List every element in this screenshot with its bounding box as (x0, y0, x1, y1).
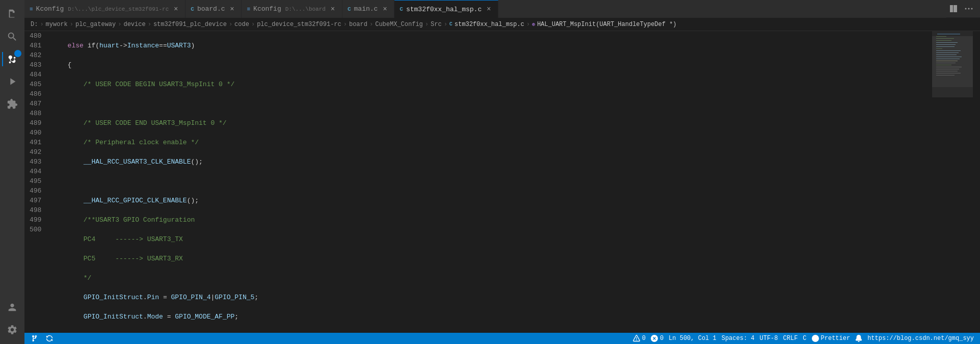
breadcrumb-cubemx[interactable]: CubeMX_Config (375, 21, 423, 28)
tab-label: board.c (197, 5, 225, 13)
line-487 (51, 176, 932, 186)
minimap[interactable] (932, 31, 973, 333)
tab-boardc[interactable]: C board.c × (186, 0, 242, 18)
breadcrumb-src[interactable]: Src (431, 21, 442, 28)
tab-label: Kconfig (253, 5, 281, 13)
breadcrumb-board[interactable]: board (349, 21, 367, 28)
tab-label: main.c (354, 5, 378, 13)
extensions-icon[interactable] (2, 94, 22, 114)
activity-bar (0, 0, 24, 344)
search-icon[interactable] (2, 27, 22, 47)
main-area: ≡ Kconfig D:\...\plc_device_stm32f091-rc… (24, 0, 980, 344)
c-main-icon: C (348, 6, 351, 12)
code-lines: else if(huart->Instance==USART3) { /* US… (49, 31, 932, 333)
line-490: PC4 ------> USART3_TX (51, 234, 932, 244)
error-icon (651, 335, 658, 342)
tab-kconfig2[interactable]: ≡ Kconfig D:\...\board × (242, 0, 342, 18)
breadcrumb-plc_gateway[interactable]: plc_gateway (75, 21, 116, 28)
svg-point-1 (968, 8, 970, 10)
line-482: /* USER CODE BEGIN USART3_MspInit 0 */ (51, 80, 932, 89)
line-484: /* USER CODE END USART3_MspInit 0 */ (51, 118, 932, 128)
kconfig2-icon: ≡ (247, 6, 250, 12)
tab-path2: D:\...\board (285, 6, 326, 12)
more-actions-icon[interactable] (962, 2, 976, 16)
vertical-scrollbar[interactable] (973, 31, 980, 333)
formatter-status[interactable]: Prettier (810, 335, 853, 342)
bell-status[interactable] (853, 335, 864, 342)
split-editor-icon[interactable] (946, 2, 961, 16)
tab-close-stm32hal[interactable]: × (485, 5, 493, 13)
line-495: GPIO_InitStruct.Pull = GPIO_NOPULL; (51, 331, 932, 333)
breadcrumb-stm32[interactable]: stm32f091_plc_device (153, 21, 227, 28)
breadcrumb-plc-rc[interactable]: plc_device_stm32f091-rc (257, 21, 341, 28)
warning-icon (633, 335, 640, 342)
line-488: __HAL_RCC_GPIOC_CLK_ENABLE(); (51, 196, 932, 205)
tab-bar-row: ≡ Kconfig D:\...\plc_device_stm32f091-rc… (24, 0, 980, 18)
status-bar: 0 0 Ln 500, Col 1 Spaces: 4 UTF-8 CRLF C (24, 333, 980, 344)
breadcrumb-code[interactable]: code (234, 21, 249, 28)
language-status[interactable]: C (801, 335, 808, 342)
breadcrumb-mywork[interactable]: mywork (46, 21, 68, 28)
tab-close-kconfig1[interactable]: × (172, 5, 180, 13)
spaces-status[interactable]: Spaces: 4 (720, 335, 757, 342)
settings-icon[interactable] (2, 320, 22, 340)
line-485: /* Peripheral clock enable */ (51, 138, 932, 147)
breadcrumb-d[interactable]: D: (31, 21, 38, 28)
editor-toolbar (946, 0, 980, 18)
eol-status[interactable]: CRLF (781, 335, 800, 342)
error-status[interactable]: 0 (649, 335, 666, 342)
tab-kconfig1[interactable]: ≡ Kconfig D:\...\plc_device_stm32f091-rc… (24, 0, 186, 18)
line-numbers: 480 481 482 483 484 485 486 487 488 489 … (24, 31, 49, 333)
line-492: */ (51, 273, 932, 283)
editor-area: 480 481 482 483 484 485 486 487 488 489 … (24, 31, 980, 333)
branch-status[interactable] (29, 333, 40, 344)
function-bc-icon: ⊕ (532, 21, 535, 28)
breadcrumb-device[interactable]: device (123, 21, 145, 28)
tab-label: stm32f0xx_hal_msp.c (406, 6, 482, 13)
minimap-slider[interactable] (932, 36, 973, 97)
c-hal-icon: C (400, 6, 403, 12)
svg-point-0 (965, 8, 967, 10)
bell-icon (855, 335, 862, 342)
prettier-icon (812, 335, 819, 342)
cursor-position-status[interactable]: Ln 500, Col 1 (667, 335, 719, 342)
code-editor[interactable]: 480 481 482 483 484 485 486 487 488 489 … (24, 31, 932, 333)
warning-status[interactable]: 0 (631, 335, 648, 342)
line-494: GPIO_InitStruct.Mode = GPIO_MODE_AF_PP; (51, 312, 932, 322)
breadcrumb: D: › mywork › plc_gateway › device › stm… (24, 18, 980, 31)
tab-close-kconfig2[interactable]: × (329, 5, 337, 13)
kconfig-icon: ≡ (30, 6, 33, 12)
line-493: GPIO_InitStruct.Pin = GPIO_PIN_4|GPIO_PI… (51, 293, 932, 302)
activity-bar-bottom (2, 297, 22, 344)
line-480: else if(huart->Instance==USART3) (51, 41, 932, 50)
sync-icon (46, 335, 53, 342)
tab-close-boardc[interactable]: × (228, 5, 236, 13)
line-486: __HAL_RCC_USART3_CLK_ENABLE(); (51, 157, 932, 167)
tab-close-mainc[interactable]: × (381, 5, 389, 13)
breadcrumb-function[interactable]: HAL_UART_MspInit(UART_HandleTypeDef *) (537, 21, 677, 28)
tab-path: D:\...\plc_device_stm32f091-rc (68, 6, 169, 12)
line-481: { (51, 60, 932, 70)
tab-bar: ≡ Kconfig D:\...\plc_device_stm32f091-rc… (24, 0, 946, 18)
tab-mainc[interactable]: C main.c × (342, 0, 394, 18)
branch-icon (31, 335, 38, 342)
sync-status[interactable] (44, 333, 55, 344)
account-icon[interactable] (2, 297, 22, 317)
run-icon[interactable] (2, 71, 22, 92)
tab-label: Kconfig (36, 5, 64, 13)
files-icon[interactable] (2, 4, 22, 24)
breadcrumb-file[interactable]: stm32f0xx_hal_msp.c (455, 21, 524, 28)
status-right: 0 0 Ln 500, Col 1 Spaces: 4 UTF-8 CRLF C (631, 335, 976, 342)
c-file-icon: C (191, 6, 194, 12)
line-489: /**USART3 GPIO Configuration (51, 215, 932, 225)
line-491: PC5 ------> USART3_RX (51, 254, 932, 263)
c-bc-icon: C (449, 21, 453, 27)
code-content[interactable]: 480 481 482 483 484 485 486 487 488 489 … (24, 31, 932, 333)
svg-point-2 (971, 8, 973, 10)
source-control-icon[interactable] (2, 49, 22, 69)
line-483 (51, 99, 932, 109)
tab-stm32hal[interactable]: C stm32f0xx_hal_msp.c × (394, 0, 498, 18)
encoding-status[interactable]: UTF-8 (758, 335, 780, 342)
url-status: https://blog.csdn.net/gmq_syy (865, 335, 976, 342)
